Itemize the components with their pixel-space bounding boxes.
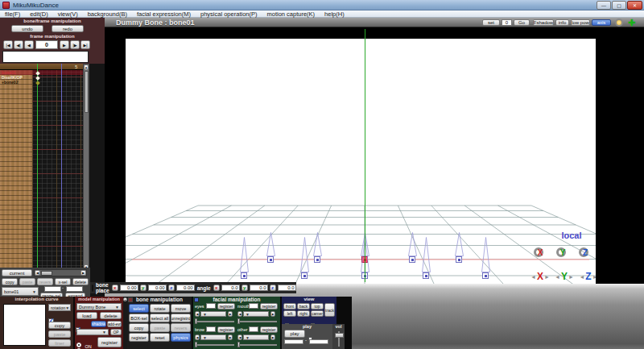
facial-slider-thumb-brow[interactable] — [195, 342, 197, 347]
dummy-bone-front-4[interactable] — [482, 272, 489, 279]
facial-register-other[interactable]: register — [260, 326, 278, 333]
interpolation-mode-dropdown[interactable]: rotation▼ — [48, 304, 71, 311]
render-area[interactable]: local XYZ ◄X►◄Y►◄Z► — [105, 27, 644, 284]
facial-slider-thumb-other[interactable] — [237, 342, 240, 347]
facial-select-brow[interactable]: ▼ — [200, 334, 226, 340]
frame-number-field[interactable]: 0 — [35, 40, 58, 49]
bone-angle-x-field[interactable]: 0.0 — [221, 285, 240, 291]
outside-parent-dropdown[interactable]: ▼ — [76, 329, 109, 335]
bone-place-x-button[interactable]: x — [112, 285, 118, 291]
facial-prev-mouth[interactable]: ◀ — [237, 311, 242, 317]
facial-slider-brow[interactable] — [196, 344, 234, 346]
track-button[interactable]: track — [324, 303, 335, 317]
menu-item-5[interactable]: physical operation(P) — [196, 10, 262, 18]
delete-frame-button[interactable]: delete — [72, 278, 89, 285]
rotate-bone-button[interactable]: rotate — [150, 304, 170, 313]
model-register-button[interactable]: register — [97, 337, 122, 347]
play-button[interactable]: play — [284, 330, 305, 338]
axis-button[interactable]: axis — [592, 19, 611, 26]
frame-nav-0[interactable]: |◀ — [3, 40, 13, 49]
off-radio[interactable]: OFF — [76, 343, 93, 349]
select-bone-button[interactable]: select — [129, 304, 149, 313]
facial-next-eyes[interactable]: ▶ — [228, 311, 233, 317]
facial-next-mouth[interactable]: ▶ — [270, 311, 275, 317]
bone-angle-y-button[interactable]: y — [242, 285, 248, 291]
facial-slider-eyes[interactable] — [196, 321, 234, 322]
model-load-button[interactable]: load — [76, 312, 97, 319]
dummy-bone-front-3[interactable] — [423, 272, 429, 279]
redo-button[interactable]: redo — [52, 25, 84, 32]
revers-frame-button[interactable]: revers — [37, 278, 53, 285]
facial-select-eyes[interactable]: ▼ — [200, 311, 226, 317]
local-move-y-icon[interactable]: ◄Y► — [554, 268, 575, 284]
move-bone-button[interactable]: move — [171, 304, 191, 313]
current-button[interactable]: current — [2, 269, 32, 276]
bone-select-dropdown[interactable]: bone01▼ — [2, 287, 39, 296]
facial-prev-eyes[interactable]: ◀ — [195, 311, 200, 317]
view-back-button[interactable]: back — [297, 303, 310, 310]
facial-select-other[interactable]: ▼ — [243, 334, 269, 340]
facial-value-brow[interactable] — [206, 326, 216, 332]
magnifier-icon[interactable] — [615, 19, 623, 27]
bone-place-z-field[interactable]: 0.00 — [176, 285, 195, 291]
to-camera-button[interactable]: To camera — [92, 285, 93, 292]
dummy-bone-front-0[interactable] — [241, 272, 247, 279]
menu-item-2[interactable]: view(V) — [53, 10, 83, 18]
curve-copy-button[interactable]: copy — [48, 322, 71, 329]
copy-bone-button[interactable]: copy — [129, 323, 149, 332]
frame-list-box[interactable] — [2, 51, 89, 63]
menu-item-6[interactable]: motion capture(K) — [262, 10, 320, 18]
low-pow-button[interactable]: low pow — [571, 19, 590, 26]
timeline-track-labels[interactable]: bone01Disp/IK/OP+bone02 — [0, 70, 32, 271]
facial-slider-other[interactable] — [238, 344, 277, 346]
render-screen[interactable]: local XYZ ◄X►◄Y►◄Z► — [126, 39, 596, 284]
paste-bone-button[interactable]: paste — [150, 323, 170, 332]
facial-prev-brow[interactable]: ◀ — [195, 334, 200, 340]
go-frame-field[interactable]: 0 — [502, 19, 512, 26]
facial-register-mouth[interactable]: register — [260, 303, 278, 310]
menu-item-1[interactable]: edit(D) — [25, 10, 53, 18]
frame-nav-4[interactable]: |▶ — [70, 40, 80, 49]
facial-select-mouth[interactable]: ▼ — [243, 311, 269, 317]
play-from-field[interactable] — [284, 339, 303, 344]
frame-nav-1[interactable]: ◀| — [14, 40, 23, 49]
view-right-button[interactable]: right — [297, 310, 310, 317]
select-all-bone-button[interactable]: select all — [150, 314, 170, 322]
shadow-button[interactable]: shadow — [91, 321, 106, 327]
facial-next-other[interactable]: ▶ — [270, 334, 275, 340]
volume-slider-thumb[interactable] — [335, 333, 344, 338]
bone-angle-x-button[interactable]: x — [213, 285, 220, 291]
facial-next-brow[interactable]: ▶ — [228, 334, 233, 340]
bone-panel-collapse-icon[interactable] — [128, 297, 133, 302]
local-rotate-y-icon[interactable]: Y — [554, 245, 572, 263]
scroll-left-icon[interactable]: ◀ — [35, 270, 40, 276]
dummy-bone-back-3[interactable] — [409, 256, 415, 263]
from-frame-checkbox[interactable]: from frame — [283, 345, 309, 349]
bone-place-y-button[interactable]: y — [140, 285, 147, 291]
view-left-button[interactable]: left — [283, 310, 296, 317]
go-button[interactable]: Go — [514, 19, 530, 26]
scroll-right-icon[interactable]: ▶ — [80, 270, 86, 276]
bone-angle-y-field[interactable]: 0.0 — [250, 285, 268, 291]
physics-bone-button[interactable]: physics — [171, 333, 191, 342]
bone-angle-z-button[interactable]: z — [270, 285, 276, 291]
frame-nav-5[interactable]: ▶| — [80, 40, 90, 49]
facial-panel-collapse-icon[interactable] — [194, 297, 199, 302]
box-sel-bone-button[interactable]: BOX-sel — [129, 314, 149, 322]
info-button[interactable]: info — [555, 19, 569, 26]
timeline-scrollbar[interactable]: ▲ ▼ — [83, 64, 89, 271]
play-stop-field[interactable] — [309, 339, 328, 344]
revers-bone-button[interactable]: revers — [171, 323, 191, 332]
fshadow-button[interactable]: Fshadow — [533, 19, 554, 26]
local-rotate-z-icon[interactable]: Z — [576, 245, 594, 263]
facial-register-eyes[interactable]: register — [217, 303, 235, 310]
view-camer-button[interactable]: camer — [311, 310, 324, 317]
dummy-bone-front-1[interactable] — [301, 272, 308, 279]
menu-item-4[interactable]: facial expression(M) — [132, 10, 196, 18]
stop-frame-checkbox[interactable]: stop frame — [308, 345, 332, 349]
dummy-bone-back-0[interactable] — [267, 256, 274, 263]
bone-place-y-field[interactable]: 0.00 — [148, 285, 167, 291]
facial-prev-other[interactable]: ◀ — [237, 334, 242, 340]
facial-slider-thumb-mouth[interactable] — [237, 318, 240, 324]
curve-liner-button[interactable]: liner — [48, 339, 71, 347]
